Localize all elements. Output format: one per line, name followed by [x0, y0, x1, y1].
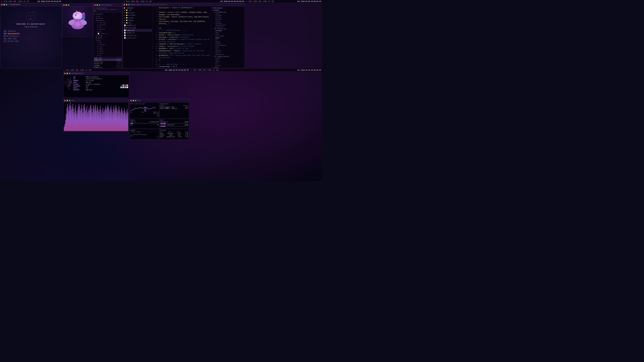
status-cpu-center: 20% — [136, 1, 138, 2]
ed-tree-readmeorg[interactable]: 📄 README.org — [123, 24, 152, 27]
browser-menu-newtab[interactable]: [t] [New tab] — [4, 37, 58, 40]
ft-item-worklab[interactable]: ▶ worklab — [94, 28, 122, 30]
neofetch-color-swatches — [120, 76, 128, 96]
nf-max[interactable] — [69, 73, 70, 74]
code-line-19: 19 — [154, 61, 210, 63]
neofetch-body: \\ // \\// ;:::://#### :::::::#### :::::… — [63, 75, 129, 97]
editor-filetree: 📁 .dotfiles ▶ 📁 .git ▶ 📁 patches ▶ 📁 pro… — [122, 6, 153, 68]
sm-min[interactable] — [133, 100, 134, 101]
ft-min[interactable] — [96, 4, 98, 6]
ft-item-app[interactable]: ▶ app — [94, 41, 122, 43]
status-mem-center: ⚡100% — [140, 0, 144, 2]
ed-min[interactable] — [126, 4, 127, 5]
folder-icon-work: ▶ — [98, 26, 98, 28]
ft-item-dotfiles[interactable]: ▶ .dotfiles — [94, 13, 122, 15]
vis-bar-13 — [72, 104, 73, 131]
viz-min[interactable] — [66, 100, 68, 101]
browser-menu-history[interactable]: [$ h] [History] — [4, 35, 58, 37]
browser-menu-quickmarks[interactable]: [b] [Quickmarks] — [4, 32, 58, 35]
ed-tree-git[interactable]: ▶ 📁 .git — [123, 9, 152, 11]
ft-file-flakelock[interactable]: flake.lock 27.5 K — [94, 57, 122, 59]
outline-sys-timezone: timezone — [212, 18, 244, 20]
vis-bar-72 — [112, 112, 113, 131]
ft-item-hardware[interactable]: ▶ hardware — [94, 43, 122, 45]
status-app-right: Tech — [248, 1, 252, 2]
status-wins-right: 2S — [268, 1, 270, 2]
folder-icon-app: ▶ — [98, 41, 98, 43]
px-close[interactable] — [63, 4, 64, 6]
nf-min[interactable] — [66, 73, 68, 74]
vis-bar-34 — [87, 106, 87, 131]
ed-max[interactable] — [128, 4, 130, 5]
ft-item-wsl[interactable]: ▶ wsl — [94, 30, 122, 32]
ft-item-style[interactable]: ▶ style — [94, 52, 122, 54]
ed-tree-hardensh[interactable]: 📄 harden.sh — [123, 32, 152, 34]
sm-proc-header: PID Name CPU% MEM% — [160, 131, 188, 133]
viz-max[interactable] — [69, 100, 70, 101]
status-tabs-left: 10S — [26, 1, 29, 2]
editor-right-outline: ▼ description ▼ outputs ▼ systemSettings… — [211, 6, 245, 68]
px-max[interactable] — [68, 4, 69, 6]
ft-item-work[interactable]: ▶ work — [94, 26, 122, 28]
ft-item-lang[interactable]: ▶ lang — [94, 45, 122, 48]
ed-tree-themes[interactable]: ▶ 📁 themes — [123, 19, 152, 22]
browser-menu-search[interactable]: [o] [Search] — [4, 30, 58, 32]
ft-item-system[interactable]: ▶ system — [94, 35, 122, 37]
sysmon-temps: Temperatures Device Temp(°) card0 (amdgp… — [160, 103, 189, 119]
win-max-dot[interactable] — [6, 4, 7, 5]
sm-cpu-avg: AVG: 13 — [154, 113, 158, 114]
ed-tree-profiles[interactable]: ▶ 📁 profiles — [123, 14, 152, 16]
ln-9: 9 — [154, 32, 158, 34]
sm-max[interactable] — [135, 100, 136, 101]
ed-tree-patches[interactable]: ▶ 📁 patches — [123, 11, 152, 14]
sm-disk-size2: 503GB — [185, 124, 188, 125]
ed-tree-installsh[interactable]: 📄 install.sh — [123, 37, 152, 39]
ft-file-readme[interactable]: README.org 17.4 K — [94, 66, 122, 68]
ed-tree-flakenix[interactable]: 📄 flake.nix — [123, 29, 152, 32]
statusbar-center: ⬡ Tech 100% 20% ⚡100% 2S 10S Sat 2024-03… — [122, 0, 245, 3]
ft-close[interactable] — [94, 4, 96, 6]
ft-item-git[interactable]: ▶ .git — [94, 15, 122, 17]
ft-item-pkgs[interactable]: ▶ pkgs — [94, 48, 122, 50]
ft-item-wm[interactable]: ▶ wm — [94, 54, 122, 56]
window-neofetch: emmet@snowfire:~ \\ // \\// ;:::://#### … — [63, 72, 129, 98]
ft-file-flakenix[interactable]: flake.nix 2.26 K — [94, 59, 122, 61]
ft-item-homelab[interactable]: ▶ home lab — [94, 22, 122, 24]
outline-usr-username: username — [212, 30, 244, 31]
ed-tree-installorg[interactable]: 📄 install.org — [123, 34, 152, 37]
ft-file-license[interactable]: LICENSE 34.2 K — [94, 64, 122, 66]
ft-file-install-org[interactable]: install.org 10.6 K — [94, 61, 122, 63]
ed-tree-system[interactable]: ▶ 📁 system — [123, 16, 152, 19]
code-1: description = "Flake of LibrePhoenix"; — [159, 7, 193, 9]
browser-menu-closetab[interactable]: [x] [Close tab] — [4, 40, 58, 42]
ft-item-user[interactable]: ▼ user — [94, 39, 122, 41]
ed-tree-user[interactable]: ▶ 📁 user — [123, 22, 152, 24]
ft-item-shell[interactable]: ▶ shell — [94, 50, 122, 52]
ft-item-personal[interactable]: ▶ personal — [94, 24, 122, 26]
code-18: }; — [159, 59, 161, 61]
outline-nix-editor: editor — [212, 61, 244, 63]
win-min-dot[interactable] — [4, 4, 5, 5]
outline-outputs: ▼ outputs — [212, 9, 244, 11]
ft-file-install-sh[interactable]: install.sh 5.2 K — [94, 63, 122, 64]
win-close-dot[interactable] — [1, 4, 2, 5]
ft-item-themes[interactable]: ▶ themes — [94, 37, 122, 39]
nf-close[interactable] — [64, 73, 66, 74]
ft-item-profiles[interactable]: ▼ profiles — [94, 19, 122, 22]
vis-bar-16 — [75, 108, 75, 131]
browser-welcome: Welcome to Qutebrowser — [16, 23, 46, 25]
ln-13: 13 — [154, 43, 158, 45]
ft-max[interactable] — [99, 4, 100, 6]
ed-close[interactable] — [124, 4, 125, 5]
ft-item-readme[interactable]: 📄 README.org — [94, 32, 122, 35]
ft-item-patches[interactable]: ▶ patches — [94, 17, 122, 19]
viz-close[interactable] — [64, 100, 66, 101]
px-min[interactable] — [66, 4, 67, 6]
vis-bar-59 — [104, 112, 104, 131]
code-line-16: 16 bootMountPath = "/boot"; # mount path… — [154, 50, 210, 54]
sm-close[interactable] — [130, 100, 132, 101]
ed-tree-desktoppng[interactable]: 🖼 desktop.png — [123, 27, 152, 29]
code-7: let — [159, 27, 162, 30]
ln-2: 2 — [154, 9, 158, 11]
vis-bar-91 — [125, 112, 126, 131]
